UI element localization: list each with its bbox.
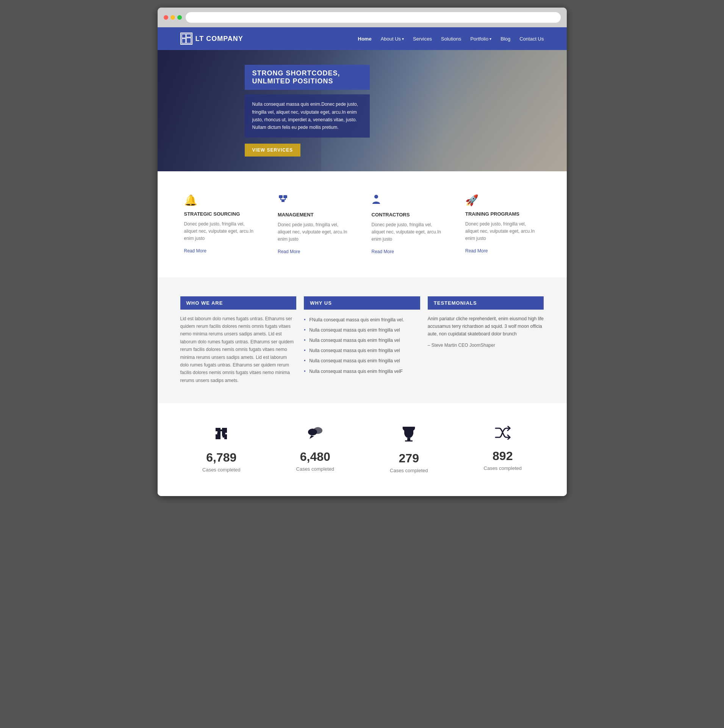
contractors-title: CONTRACTORS: [372, 212, 447, 218]
list-item: FNulla consequat massa quis enim fringil…: [304, 315, 420, 325]
service-item-sourcing: 🔔 STRATEGIC SOURCING Donec pede justo, f…: [180, 190, 263, 258]
nav-home[interactable]: Home: [358, 36, 372, 42]
svg-point-9: [313, 427, 322, 434]
site-header: LT COMPANY Home About Us ▾ Services Solu…: [158, 27, 567, 50]
stat-number-1: 6,480: [274, 450, 357, 464]
list-item: Nulla consequat massa quis enim fringill…: [304, 346, 420, 356]
trophy-icon: [368, 426, 450, 445]
hero-content: STRONG SHORTCODES, UNLMITED POSITIONS Nu…: [158, 65, 370, 157]
stat-label-2: Cases completed: [368, 468, 450, 473]
management-title: MANAGEMENT: [278, 212, 353, 218]
hero-description: Nulla consequat massa quis enim.Donec pe…: [245, 94, 370, 138]
svg-rect-6: [281, 200, 285, 202]
nav-solutions[interactable]: Solutions: [441, 36, 461, 42]
list-item: Nulla consequat massa quis enim fringill…: [304, 366, 420, 377]
info-grid: WHO WE ARE Lid est laborum dolo rumes fu…: [180, 296, 544, 385]
svg-rect-5: [283, 195, 287, 198]
minimize-dot[interactable]: [170, 15, 175, 20]
training-read-more[interactable]: Read More: [465, 248, 488, 254]
contractors-icon: [372, 194, 447, 207]
logo-icon: [180, 33, 192, 45]
svg-rect-2: [186, 34, 191, 37]
sourcing-icon: 🔔: [184, 194, 259, 207]
testimonials-header: TESTEMONIALS: [428, 296, 544, 310]
shuffle-icon: [461, 426, 544, 443]
view-services-button[interactable]: VIEW SERVICES: [245, 144, 300, 157]
services-section: 🔔 STRATEGIC SOURCING Donec pede justo, f…: [158, 171, 567, 277]
list-item: Nulla consequat massa quis enim fringill…: [304, 325, 420, 335]
stats-section: 6,789 Cases completed 6,480 Cases comple…: [158, 403, 567, 496]
svg-rect-1: [182, 39, 186, 43]
list-item: Nulla consequat massa quis enim fringill…: [304, 335, 420, 346]
service-item-training: 🚀 TRAINING PROGRAMS Donec pede justo, fr…: [461, 190, 544, 258]
management-read-more[interactable]: Read More: [278, 249, 300, 254]
sourcing-title: STRATEGIC SOURCING: [184, 211, 259, 217]
address-bar[interactable]: [186, 12, 561, 23]
svg-rect-4: [279, 195, 283, 198]
why-us-box: WHY US FNulla consequat massa quis enim …: [304, 296, 420, 385]
sourcing-desc: Donec pede justo, fringilla vel, aliquet…: [184, 221, 259, 243]
stat-item-2: 279 Cases completed: [368, 426, 450, 473]
stat-number-2: 279: [368, 451, 450, 465]
management-icon: [278, 194, 353, 207]
website: LT COMPANY Home About Us ▾ Services Solu…: [158, 27, 567, 496]
nav-services[interactable]: Services: [413, 36, 432, 42]
puzzle-icon: [180, 426, 263, 445]
hero-title: STRONG SHORTCODES, UNLMITED POSITIONS: [245, 65, 370, 90]
nav-portfolio[interactable]: Portfolio ▾: [470, 36, 491, 42]
stat-number-3: 892: [461, 449, 544, 463]
testimonials-box: TESTEMONIALS Anim pariatur cliche repreh…: [428, 296, 544, 385]
portfolio-arrow: ▾: [489, 37, 491, 41]
testimonial-author: – Steve Martin CEO JoomShaper: [428, 343, 544, 348]
svg-rect-11: [405, 440, 413, 441]
about-arrow: ▾: [402, 37, 404, 41]
logo: LT COMPANY: [180, 33, 243, 45]
maximize-dot[interactable]: [177, 15, 182, 20]
training-icon: 🚀: [465, 194, 540, 207]
logo-text: LT COMPANY: [195, 35, 243, 43]
stat-item-1: 6,480 Cases completed: [274, 426, 357, 473]
nav-contact[interactable]: Contact Us: [519, 36, 544, 42]
services-grid: 🔔 STRATEGIC SOURCING Donec pede justo, f…: [180, 190, 544, 258]
list-item: Nulla consequat massa quis enim fringill…: [304, 356, 420, 366]
contractors-read-more[interactable]: Read More: [372, 249, 394, 254]
nav-about[interactable]: About Us ▾: [381, 36, 404, 42]
why-us-header: WHY US: [304, 296, 420, 310]
stats-grid: 6,789 Cases completed 6,480 Cases comple…: [180, 426, 544, 473]
nav-blog[interactable]: Blog: [500, 36, 510, 42]
site-nav: Home About Us ▾ Services Solutions Portf…: [358, 36, 544, 42]
close-dot[interactable]: [164, 15, 168, 20]
stat-label-0: Cases completed: [180, 467, 263, 473]
stat-label-3: Cases completed: [461, 465, 544, 471]
browser-window: LT COMPANY Home About Us ▾ Services Solu…: [158, 8, 567, 496]
svg-rect-3: [186, 38, 191, 43]
who-we-are-header: WHO WE ARE: [180, 296, 297, 310]
service-item-management: MANAGEMENT Donec pede justo, fringilla v…: [274, 190, 357, 258]
who-we-are-box: WHO WE ARE Lid est laborum dolo rumes fu…: [180, 296, 297, 385]
browser-dots: [164, 15, 182, 20]
service-item-contractors: CONTRACTORS Donec pede justo, fringilla …: [368, 190, 450, 258]
training-desc: Donec pede justo, fringilla vel, aliquet…: [465, 221, 540, 243]
info-section: WHO WE ARE Lid est laborum dolo rumes fu…: [158, 277, 567, 404]
sourcing-read-more[interactable]: Read More: [184, 248, 206, 254]
svg-point-7: [374, 195, 378, 199]
stat-item-3: 892 Cases completed: [461, 426, 544, 473]
browser-bar: [158, 8, 567, 27]
training-title: TRAINING PROGRAMS: [465, 211, 540, 217]
svg-rect-0: [182, 34, 186, 38]
stat-number-0: 6,789: [180, 451, 263, 465]
management-desc: Donec pede justo, fringilla vel, aliquet…: [278, 221, 353, 243]
chat-icon: [274, 426, 357, 444]
svg-rect-10: [407, 438, 410, 440]
testimonial-text: Anim pariatur cliche reprehenderit, enim…: [428, 315, 544, 338]
stat-label-1: Cases completed: [274, 466, 357, 472]
stat-item-0: 6,789 Cases completed: [180, 426, 263, 473]
hero-section: STRONG SHORTCODES, UNLMITED POSITIONS Nu…: [158, 50, 567, 171]
why-us-list: FNulla consequat massa quis enim fringil…: [304, 315, 420, 377]
who-we-are-content: Lid est laborum dolo rumes fugats untras…: [180, 315, 297, 385]
contractors-desc: Donec pede justo, fringilla vel, aliquet…: [372, 221, 447, 243]
